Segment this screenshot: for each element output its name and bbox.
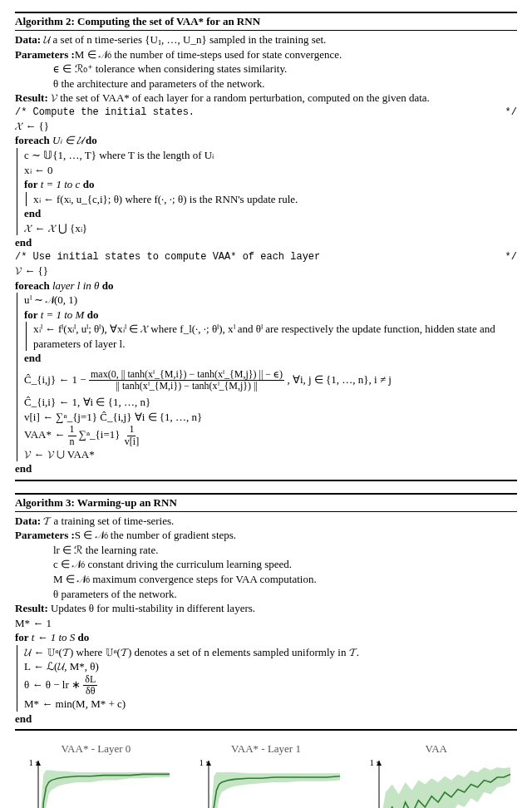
algo2-param2: ϵ ∈ ℛ₀⁺ tolerance when considering state… xyxy=(15,62,517,76)
algo3-for-body: 𝓤 ← 𝕌ⁿ(𝓣) where 𝕌ⁿ(𝓣) denotes a set of n… xyxy=(17,645,517,712)
algo3-f-l3a: θ ← θ − lr ∗ xyxy=(24,677,83,690)
algo3-l1: M* ← 1 xyxy=(15,616,517,631)
algo2-result-text: 𝓥 the set of VAA* of each layer for a ra… xyxy=(51,91,430,104)
algo3-data-text: 𝓣 a training set of time-series. xyxy=(43,515,174,527)
f2-l5a: VAA* ← xyxy=(24,428,65,441)
f1-for: for t = 1 to c do xyxy=(24,177,517,192)
algo3-f-l3: θ ← θ − lr ∗ δL δθ xyxy=(24,674,517,697)
algo2-foreach1: foreach Uᵢ ∈ 𝓤 do xyxy=(15,133,517,148)
f2-hatC-den: || tanh(xˡ_{M,i}) − tanh(xˡ_{M,j}) || xyxy=(114,381,259,392)
foreach1-body: c ∼ 𝕌{1, …, T} where T is the length of … xyxy=(17,148,517,235)
label-params: Parameters : xyxy=(15,48,75,61)
algo3-data: Data: 𝓣 a training set of time-series. xyxy=(15,514,517,529)
f2-hatC-b: , ∀i, j ∈ {1, …, n}, i ≠ j xyxy=(287,373,392,386)
f1-end1: end xyxy=(24,206,517,221)
algo2-foreach2: foreach layer l in θ do xyxy=(15,278,517,293)
algo3-f-end: end xyxy=(15,712,517,727)
f1-l3: xᵢ ← f(xᵢ, u_{c,i}; θ) where f(·, ·; θ) … xyxy=(33,192,517,207)
f2-l3: Ĉ_{i,i} ← 1, ∀i ∈ {1, …, n} xyxy=(24,395,517,410)
algo3-param4: M ∈ 𝒩₀ maximum convergence steps for VAA… xyxy=(15,572,517,587)
f2-l5: VAA* ← 1 n ∑ⁿ_{i=1} 1 v[i] xyxy=(24,424,517,446)
f2-hatC: Ĉ_{i,j} ← 1 − max(0, || tanh(xˡ_{M,i}) −… xyxy=(24,369,517,392)
algo2-line2: 𝓥 ← {} xyxy=(15,264,517,278)
f1-end2: end xyxy=(15,235,517,250)
algo3-f-l4: M* ← min(M, M* + c) xyxy=(24,697,517,712)
chart2-svg: 0101kstep xyxy=(357,757,515,808)
f1-for-body: xᵢ ← f(xᵢ, u_{c,i}; θ) where f(·, ·; θ) … xyxy=(26,192,517,207)
comment2-text: /* Use initial states to compute VAA* of… xyxy=(15,250,320,264)
svg-text:1: 1 xyxy=(200,757,204,767)
chart0-svg: 0101kstep xyxy=(17,757,175,808)
algo2-comment2: /* Use initial states to compute VAA* of… xyxy=(15,250,517,264)
label-params2: Parameters : xyxy=(15,529,75,541)
f2-end1: end xyxy=(24,351,517,366)
f2-l5-mid: ∑ⁿ_{i=1} xyxy=(79,428,123,441)
f2-l5-num2: 1 xyxy=(127,424,135,436)
algo3-f-l3-num: δL xyxy=(83,674,97,686)
f2-for: for t = 1 to M do xyxy=(24,308,517,323)
chart-vaa-layer1: VAA* - Layer 1 0101kstep xyxy=(185,742,347,808)
chart2-title: VAA xyxy=(425,742,447,756)
f1-l2: xᵢ ← 0 xyxy=(24,163,517,178)
algo3-result-text: Updates θ for multi-stability in differe… xyxy=(51,602,255,614)
algo2-body: Data: 𝓤 a set of n time-series {U₁, …, U… xyxy=(15,31,517,481)
algo3-f-l3-den: δθ xyxy=(84,686,96,697)
comment2-end: */ xyxy=(505,250,517,264)
foreach-kw2: foreach xyxy=(15,279,52,292)
chart1-title: VAA* - Layer 1 xyxy=(231,742,301,756)
f2-hatC-frac: max(0, || tanh(xˡ_{M,i}) − tanh(xˡ_{M,j}… xyxy=(89,369,284,392)
svg-text:1: 1 xyxy=(29,757,34,767)
algo3-body: Data: 𝓣 a training set of time-series. P… xyxy=(15,512,517,731)
chart1-svg: 0101kstep xyxy=(187,757,345,808)
chart-vaa: VAA 0101kstep xyxy=(355,742,517,808)
algo2-result: Result: 𝓥 the set of VAA* of each layer … xyxy=(15,91,517,106)
svg-marker-17 xyxy=(206,761,211,766)
algo3-for: for t ← 1 to S do xyxy=(15,630,517,645)
f2-l5-num1: 1 xyxy=(68,424,76,436)
algorithm-2: Algorithm 2: Computing the set of VAA* f… xyxy=(15,12,517,481)
do-kw4: do xyxy=(84,308,98,321)
for-kw3: for xyxy=(15,631,32,643)
f1-for-cond: t = 1 to c xyxy=(41,178,81,190)
foreach1-cond: Uᵢ ∈ 𝓤 xyxy=(52,134,83,146)
algo3-f-l2: L ← ℒ(𝓤, M*, θ) xyxy=(24,659,517,674)
f2-l5-frac1: 1 n xyxy=(68,424,76,446)
algorithm-3: Algorithm 3: Warming-up an RNN Data: 𝓣 a… xyxy=(15,493,517,731)
f2-hatC-a: Ĉ_{i,j} ← 1 − xyxy=(24,373,86,386)
algo2-data-text: 𝓤 a set of n time-series {U₁, …, U_n} sa… xyxy=(43,33,326,46)
svg-marker-31 xyxy=(377,761,382,766)
svg-text:1: 1 xyxy=(369,757,374,767)
do-kw2: do xyxy=(80,178,94,190)
f2-l2: xᵢˡ ← fˡ(xᵢˡ, uˡ; θˡ), ∀xᵢˡ ∈ 𝓧 where f_… xyxy=(33,322,517,351)
chart0-title: VAA* - Layer 0 xyxy=(61,742,131,756)
f2-l4: v[i] ← ∑ⁿ_{j=1} Ĉ_{i,j} ∀i ∈ {1, …, n} xyxy=(24,410,517,425)
foreach2-cond: layer l in θ xyxy=(52,279,100,292)
algo2-line1: 𝓧 ← {} xyxy=(15,119,517,134)
algo3-params: Parameters :S ∈ 𝒩₀ the number of gradien… xyxy=(15,528,517,543)
f2-hatC-num: max(0, || tanh(xˡ_{M,i}) − tanh(xˡ_{M,j}… xyxy=(89,369,284,381)
foreach-kw: foreach xyxy=(15,134,52,146)
algo3-param1: S ∈ 𝒩₀ the number of gradient steps. xyxy=(75,529,236,541)
algo3-result: Result: Updates θ for multi-stability in… xyxy=(15,601,517,616)
algo2-param1: M ∈ 𝒩₀ the number of time-steps used for… xyxy=(75,48,342,61)
chart-vaa-layer0: VAA* - Layer 0 0101kstep xyxy=(15,742,177,808)
algo3-for-cond: t ← 1 to S xyxy=(32,631,76,643)
algo2-params: Parameters :M ∈ 𝒩₀ the number of time-st… xyxy=(15,47,517,62)
do-kw5: do xyxy=(75,631,89,643)
do-kw: do xyxy=(83,134,97,146)
foreach2-body: uˡ ∼ 𝒩(0, 1) for t = 1 to M do xᵢˡ ← fˡ(… xyxy=(17,293,517,461)
for-kw: for xyxy=(24,178,41,190)
label-result: Result: xyxy=(15,91,51,104)
svg-marker-3 xyxy=(36,761,41,766)
f2-l5-frac2: 1 v[i] xyxy=(123,424,140,446)
label-data: Data: xyxy=(15,33,43,46)
algo2-data: Data: 𝓤 a set of n time-series {U₁, …, U… xyxy=(15,32,517,47)
algo2-param3: θ the architecture and parameters of the… xyxy=(15,76,517,91)
f2-for-body: xᵢˡ ← fˡ(xᵢˡ, uˡ; θˡ), ∀xᵢˡ ∈ 𝓧 where f_… xyxy=(26,322,517,351)
label-result2: Result: xyxy=(15,602,51,614)
comment1-text: /* Compute the initial states. xyxy=(15,106,195,119)
algo3-param3: c ∈ 𝒩₀ constant driving the curriculum l… xyxy=(15,557,517,572)
svg-marker-41 xyxy=(379,767,510,808)
comment1-end: */ xyxy=(505,106,517,119)
f2-for-cond: t = 1 to M xyxy=(41,308,85,321)
